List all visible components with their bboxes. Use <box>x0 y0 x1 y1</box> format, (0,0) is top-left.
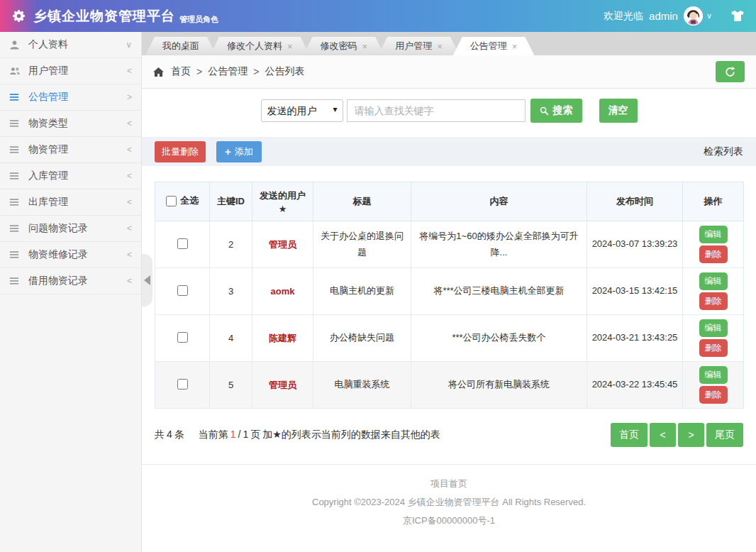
delete-button[interactable]: 删除 <box>699 339 728 357</box>
search-field-select[interactable]: 发送的用户 <box>261 99 343 122</box>
row-id: 5 <box>210 362 252 409</box>
pagination-summary: 共4条当前第1/1页加★的列表示当前列的数据来自其他的表 <box>155 429 443 441</box>
theme-tshirt-icon[interactable] <box>730 10 745 22</box>
tab-label: 我的桌面 <box>162 40 199 53</box>
chevron-icon: < <box>127 250 132 260</box>
row-actions: 编辑删除 <box>683 221 744 268</box>
chevron-icon: < <box>127 118 132 128</box>
breadcrumb-section[interactable]: 公告管理 <box>208 65 248 78</box>
header-right: 欢迎光临 admin ∨ <box>604 6 745 26</box>
sidebar-item-label: 物资维修记录 <box>28 248 88 261</box>
row-checkbox[interactable] <box>177 285 188 296</box>
row-id: 3 <box>210 268 252 315</box>
sidebar-item-3[interactable]: 物资类型< <box>0 111 141 137</box>
select-all-label: 全选 <box>180 194 199 207</box>
batch-delete-button[interactable]: 批量删除 <box>155 141 206 162</box>
breadcrumb-current: 公告列表 <box>265 65 304 78</box>
chevron-icon: < <box>127 171 132 181</box>
chevron-down-icon: ∨ <box>706 11 712 21</box>
total-count: 4 <box>167 429 172 440</box>
avatar[interactable] <box>684 6 703 26</box>
row-time: 2024-03-15 13:42:15 <box>587 268 683 315</box>
tab-label: 修改个人资料 <box>227 40 282 53</box>
delete-button[interactable]: 删除 <box>699 386 728 404</box>
app-title: 乡镇企业物资管理平台 <box>33 7 175 26</box>
sidebar-item-4[interactable]: 物资管理< <box>0 137 141 163</box>
sidebar-item-8[interactable]: 物资维修记录< <box>0 242 141 268</box>
select-all-checkbox[interactable] <box>166 196 177 206</box>
tab-bar: 我的桌面修改个人资料×修改密码×用户管理×公告管理× <box>142 32 756 55</box>
row-checkbox[interactable] <box>177 238 188 249</box>
row-id: 4 <box>210 315 252 362</box>
row-content: 将***公司三楼电脑主机全部更新 <box>411 268 587 315</box>
footer-copyright: Copyright ©2023-2024 乡镇企业物资管理平台 All Righ… <box>142 493 756 512</box>
sidebar-item-7[interactable]: 问题物资记录< <box>0 216 141 242</box>
page-last-button[interactable]: 尾页 <box>706 423 743 447</box>
sidebar-item-1[interactable]: 用户管理< <box>0 58 141 84</box>
chevron-icon: ∨ <box>126 40 132 50</box>
sidebar-item-label: 物资管理 <box>28 143 68 156</box>
row-time: 2024-03-07 13:39:23 <box>587 221 683 268</box>
tab-4[interactable]: 公告管理× <box>453 37 535 55</box>
row-time: 2024-03-22 13:45:45 <box>587 362 683 409</box>
sidebar-collapse-handle[interactable] <box>142 254 152 307</box>
edit-button[interactable]: 编辑 <box>699 319 728 337</box>
column-header: 主键ID <box>210 182 252 221</box>
row-user: 管理员 <box>252 362 313 409</box>
close-icon[interactable]: × <box>512 42 518 51</box>
breadcrumb-home[interactable]: 首页 <box>171 65 191 78</box>
table-wrap: 全选 主键ID发送的用户★标题内容发布时间操作 2管理员关于办公桌的退换问题将编… <box>142 166 756 409</box>
edit-button[interactable]: 编辑 <box>699 226 728 243</box>
total-pages: 1 <box>243 429 248 440</box>
table-row: 3aomk电脑主机的更新将***公司三楼电脑主机全部更新2024-03-15 1… <box>155 268 744 315</box>
page-next-button[interactable]: > <box>678 423 704 447</box>
toolbar: 批量删除 + 添加 检索列表 <box>142 137 756 166</box>
row-checkbox[interactable] <box>177 332 188 343</box>
collapse-arrow-icon <box>144 275 150 285</box>
tab-0[interactable]: 我的桌面 <box>145 37 216 55</box>
row-content: 将公司所有新电脑装系统 <box>411 362 587 409</box>
refresh-button[interactable] <box>716 61 745 82</box>
delete-button[interactable]: 删除 <box>699 292 728 310</box>
row-user: aomk <box>252 268 313 315</box>
add-button-label: 添加 <box>235 145 253 158</box>
list-hint: 检索列表 <box>704 145 743 158</box>
sidebar-item-5[interactable]: 入库管理< <box>0 163 141 189</box>
sidebar-item-0[interactable]: 个人资料∨ <box>0 32 141 58</box>
search-input[interactable] <box>347 99 526 122</box>
sidebar-item-6[interactable]: 出库管理< <box>0 189 141 216</box>
page-prev-button[interactable]: < <box>650 423 676 447</box>
tab-2[interactable]: 修改密码× <box>304 37 385 55</box>
tab-3[interactable]: 用户管理× <box>378 37 460 55</box>
username[interactable]: admin <box>649 10 678 22</box>
tab-1[interactable]: 修改个人资料× <box>210 37 310 55</box>
breadcrumb: 首页 > 公告管理 > 公告列表 <box>142 55 756 89</box>
clear-button[interactable]: 清空 <box>599 99 638 123</box>
row-id: 2 <box>210 221 252 268</box>
table-row: 5管理员电脑重装系统将公司所有新电脑装系统2024-03-22 13:45:45… <box>155 362 744 409</box>
edit-button[interactable]: 编辑 <box>699 272 728 290</box>
close-icon[interactable]: × <box>362 42 368 51</box>
row-actions: 编辑删除 <box>683 362 744 409</box>
sidebar-item-2[interactable]: 公告管理> <box>0 84 141 111</box>
home-icon <box>153 67 164 77</box>
sidebar-item-label: 物资类型 <box>28 117 68 130</box>
page-first-button[interactable]: 首页 <box>611 423 647 447</box>
chevron-icon: > <box>127 92 132 102</box>
add-button[interactable]: + 添加 <box>216 141 262 162</box>
close-icon[interactable]: × <box>287 42 293 51</box>
column-header: 操作 <box>683 182 744 221</box>
column-header: 发送的用户★ <box>252 182 313 221</box>
sidebar-item-9[interactable]: 借用物资记录< <box>0 268 141 294</box>
delete-button[interactable]: 删除 <box>699 245 728 263</box>
user-icon <box>9 40 23 50</box>
close-icon[interactable]: × <box>437 42 443 51</box>
edit-button[interactable]: 编辑 <box>699 366 728 384</box>
tab-label: 修改密码 <box>321 40 357 53</box>
row-checkbox[interactable] <box>177 379 188 390</box>
search-button[interactable]: 搜索 <box>530 99 582 123</box>
row-time: 2024-03-21 13:43:25 <box>587 315 683 362</box>
role-badge: 管理员角色 <box>179 14 218 25</box>
footer-project-link[interactable]: 项目首页 <box>142 475 756 493</box>
footer-icp: 京ICP备00000000号-1 <box>142 512 756 530</box>
